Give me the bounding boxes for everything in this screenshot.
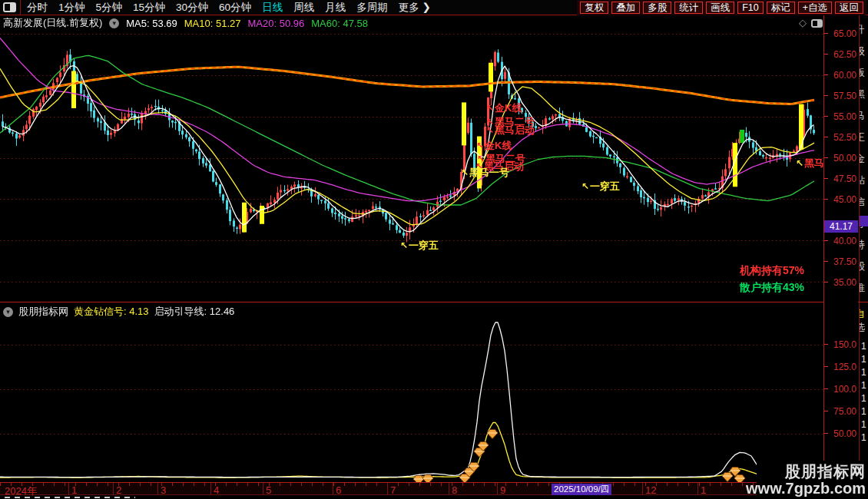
axis-tick-label: 150.0 (824, 339, 858, 350)
signal-annotation-0: ↖金K线 (486, 103, 522, 113)
watermark: 股朋指标网 www.7gpzb.com (757, 461, 868, 499)
period-tab-1[interactable]: 1分钟 (58, 1, 85, 15)
period-tab-8[interactable]: 月线 (325, 1, 346, 15)
month-tick (333, 483, 333, 495)
annotation-arrow-icon: ↖ (461, 167, 469, 178)
axis-tick-label: 75.00 (824, 406, 858, 417)
panel-toggle-icon[interactable] (811, 19, 823, 28)
clipped-char: 级 (859, 46, 865, 56)
stock-app-screen: 分时1分钟5分钟15分钟30分钟60分钟日线周线月线多周期更多 ❯ 复权叠加多股… (0, 0, 868, 499)
clipped-right-panel: 升级版黑马王金钻信号持股推自选11111111 (859, 15, 868, 495)
signal-annotation-6: ↖黑马一号 (461, 167, 509, 177)
month-label-2: 3 (161, 484, 166, 496)
action-button-3[interactable]: 统计 (674, 2, 703, 14)
action-menu: 复权叠加多股统计画线F10标记+自选返回 (577, 0, 866, 15)
clipped-char: 选 (859, 322, 865, 332)
month-tick (68, 483, 69, 495)
axis-tick-label: 52.50 (824, 132, 858, 143)
signal-annotation-9: ↖黑马 (796, 158, 824, 168)
month-label-5: 6 (336, 484, 341, 496)
period-tab-0[interactable]: 分时 (27, 1, 48, 15)
signal-annotation-7: ↖一穿五 (400, 240, 439, 250)
axis-tick-label: 65.00 (824, 28, 858, 39)
time-axis[interactable]: 2024年1234567891212025/10/09/四 (0, 482, 868, 495)
chevron-down-icon[interactable]: ▾ (109, 18, 119, 28)
launch-guide-label: 启动引导线: 12.46 (154, 305, 235, 319)
month-label-4: 5 (266, 484, 271, 496)
selected-date-badge: 2025/10/09/四 (552, 484, 611, 495)
indicator-source: 股朋指标网 (18, 305, 68, 319)
month-tick (642, 483, 643, 495)
clipped-digit: 1 (861, 368, 866, 377)
month-tick (157, 483, 158, 495)
period-tab-3[interactable]: 15分钟 (133, 1, 165, 15)
annotation-arrow-icon: ↖ (486, 125, 494, 136)
month-tick (387, 483, 388, 495)
axis-tick-label: 40.00 (824, 236, 858, 246)
axis-tick-label: 45.00 (824, 194, 858, 205)
axis-tick-label: 62.50 (824, 49, 858, 60)
period-tab-5[interactable]: 60分钟 (219, 1, 251, 15)
action-button-7[interactable]: +自选 (798, 2, 832, 14)
chart-header: 高新发展(日线.前复权) ▾ MA5: 53.69 MA10: 51.27 MA… (3, 17, 368, 29)
period-tab-4[interactable]: 30分钟 (176, 1, 208, 15)
ma20-value: MA20: 50.96 (248, 18, 305, 29)
stock-title[interactable]: 高新发展(日线.前复权) (3, 16, 102, 30)
year-label: 2024年 (5, 484, 37, 498)
action-button-0[interactable]: 复权 (580, 2, 608, 14)
clipped-char: 版 (859, 68, 865, 78)
period-tab-9[interactable]: 多周期 (356, 1, 388, 15)
clipped-char: 股 (859, 261, 865, 271)
action-button-6[interactable]: 标记 (767, 2, 795, 14)
month-label-9: 12 (645, 484, 656, 496)
signal-annotation-8: ↖一穿五 (581, 181, 620, 191)
clipped-char: 马 (859, 111, 865, 121)
clipped-char: 信 (859, 197, 865, 207)
action-button-1[interactable]: 叠加 (611, 2, 640, 14)
period-tab-10[interactable]: 更多 ❯ (399, 1, 431, 15)
period-tab-7[interactable]: 周线 (293, 1, 314, 15)
axis-tick-label: 50.00 (824, 428, 858, 439)
clipped-char: 升 (859, 25, 865, 35)
toolbar-divider (20, 0, 21, 15)
clipped-digit: 1 (861, 420, 866, 429)
price-axis[interactable]: 65.0062.5060.0057.5055.0052.5050.0047.50… (824, 16, 858, 482)
indicator-header: ▾ 股朋指标网 黄金钻信号: 4.13 启动引导线: 12.46 (3, 305, 234, 319)
axis-tick-label: 100.0 (824, 384, 858, 395)
watermark-site-name: 股朋指标网 (785, 463, 866, 480)
axis-tick-label: 50.00 (824, 153, 858, 164)
annotation-arrow-icon: ↖ (476, 140, 484, 151)
clipped-char: 自 (859, 309, 865, 319)
chevron-down-icon[interactable]: ▾ (3, 307, 13, 317)
clipped-digit: 1 (861, 381, 866, 390)
layout-toggle-icon[interactable] (3, 2, 16, 12)
month-label-1: 2 (116, 484, 121, 496)
watermark-url: www.7gpzb.com (746, 480, 866, 497)
diamond-marker-icon[interactable]: ◇ (799, 18, 807, 28)
clipped-digit: 1 (861, 433, 866, 442)
axis-tick-label: 55.00 (824, 111, 858, 122)
annotation-arrow-icon: ↖ (581, 181, 589, 192)
ma60-value: MA60: 47.58 (311, 18, 368, 29)
period-tab-2[interactable]: 5分钟 (96, 1, 123, 15)
action-button-2[interactable]: 多股 (643, 2, 671, 14)
clipped-digit: 1 (861, 394, 866, 403)
month-label-8: 9 (500, 484, 505, 496)
action-button-4[interactable]: 画线 (706, 2, 734, 14)
period-tab-6[interactable]: 日线 (262, 1, 283, 15)
action-button-8[interactable]: 返回 (835, 2, 863, 14)
main-candlestick-chart[interactable] (0, 29, 823, 302)
clipped-char: 持 (859, 240, 865, 250)
axis-tick-label: 125.0 (824, 362, 858, 372)
axis-tick-label: 60.00 (824, 70, 858, 81)
clipped-digit: 1 (861, 407, 866, 416)
clipped-char: 推 (859, 283, 865, 292)
axis-tick-label: 57.50 (824, 91, 858, 101)
clipped-highlight (860, 216, 868, 226)
action-button-5[interactable]: F10 (737, 2, 764, 14)
month-label-3: 4 (214, 484, 219, 496)
indicator-sub-chart[interactable] (0, 302, 823, 482)
month-tick (449, 483, 449, 495)
panel-divider (0, 302, 868, 302)
month-tick (697, 483, 698, 495)
